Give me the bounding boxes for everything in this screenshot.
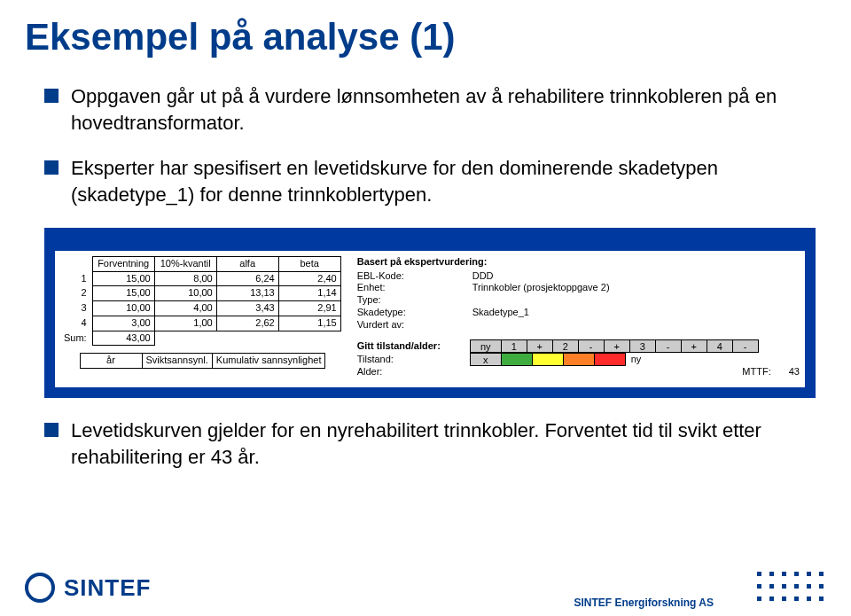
info-label: Enhet: <box>357 282 472 294</box>
col-header: beta <box>278 256 340 271</box>
cell: 15,00 <box>92 271 154 286</box>
content-area: Oppgaven går ut på å vurdere lønnsomhete… <box>0 58 851 470</box>
color-orange-icon <box>563 353 595 366</box>
lifetime-table: Forventning 10%-kvantil alfa beta 1 15,0… <box>60 256 341 347</box>
gitt-cell: - <box>578 339 605 353</box>
right-heading: Basert på ekspertvurdering: <box>357 256 800 269</box>
left-table-block: Forventning 10%-kvantil alfa beta 1 15,0… <box>60 256 341 378</box>
table-row: Sum: 43,00 <box>60 331 340 346</box>
color-yellow-icon <box>532 353 564 366</box>
bullet-icon <box>44 160 59 175</box>
bottom-cell: år <box>80 354 142 369</box>
bullet-item: Levetidskurven gjelder for en nyrehabili… <box>44 417 816 470</box>
table-row: 1 15,00 8,00 6,24 2,40 <box>60 271 340 286</box>
cell: 2,91 <box>278 301 340 316</box>
bullet-text: Levetidskurven gjelder for en nyrehabili… <box>71 417 816 470</box>
row-label: 3 <box>60 301 92 316</box>
bullet-item: Eksperter har spesifisert en levetidskur… <box>44 155 816 207</box>
row-label: 1 <box>60 271 92 286</box>
logo-ring-icon <box>25 573 55 603</box>
bullet-icon <box>44 423 59 437</box>
slide: Eksempel på analyse (1) Oppgaven går ut … <box>0 0 851 616</box>
gitt-first: ny <box>470 339 502 353</box>
gitt-cell: + <box>604 339 630 353</box>
alder-label: Alder: <box>357 366 472 378</box>
tilstand-x: x <box>470 353 502 366</box>
row-label: 4 <box>60 316 92 331</box>
gitt-cell: 4 <box>707 339 733 353</box>
table-panel: Forventning 10%-kvantil alfa beta 1 15,0… <box>44 228 816 398</box>
table-row: 3 10,00 4,00 3,43 2,91 <box>60 301 340 316</box>
brand-text: SINTEF <box>64 574 151 602</box>
cell: 2,62 <box>216 316 278 331</box>
bottom-cell: Kumulativ sannsynlighet <box>212 354 325 369</box>
info-value: Skadetype_1 <box>472 307 529 319</box>
bottom-labels: år Sviktsannsynl. Kumulativ sannsynlighe… <box>60 353 325 369</box>
footer: SINTEF <box>0 559 851 616</box>
cell: 2,40 <box>278 271 340 286</box>
bullet-item: Oppgaven går ut på å vurdere lønnsomhete… <box>44 83 816 136</box>
bullet-icon <box>44 89 59 103</box>
dots-icon <box>757 572 826 604</box>
gitt-cell: - <box>655 339 682 353</box>
cell: 15,00 <box>92 286 154 301</box>
info-value: Trinnkobler (prosjektoppgave 2) <box>472 282 610 294</box>
gitt-cell: - <box>732 339 759 353</box>
col-header: Forventning <box>92 256 154 271</box>
col-header: alfa <box>216 256 278 271</box>
table-row: 4 3,00 1,00 2,62 1,15 <box>60 316 340 331</box>
gitt-cell: 3 <box>629 339 656 353</box>
gitt-cell: 2 <box>552 339 579 353</box>
alder-row: Alder: MTTF: 43 <box>357 366 800 378</box>
cell: 8,00 <box>154 271 216 286</box>
mttf-value: 43 <box>789 366 800 378</box>
cell: 43,00 <box>92 331 154 346</box>
cell: 3,00 <box>92 316 154 331</box>
mttf-label: MTTF: <box>742 366 770 378</box>
color-red-icon <box>594 353 626 366</box>
gitt-cell: + <box>527 339 553 353</box>
bottom-cell: Sviktsannsynl. <box>142 354 212 369</box>
cell: 6,24 <box>216 271 278 286</box>
table-whitebox: Forventning 10%-kvantil alfa beta 1 15,0… <box>55 251 805 387</box>
cell: 1,15 <box>278 316 340 331</box>
tilstand-ny: ny <box>631 354 642 366</box>
col-header: 10%-kvantil <box>154 256 216 271</box>
cell: 1,00 <box>154 316 216 331</box>
cell: 4,00 <box>154 301 216 316</box>
cell: 10,00 <box>154 286 216 301</box>
tilstand-label: Tilstand: <box>357 354 471 366</box>
tilstand-row: Tilstand: x ny <box>357 353 800 366</box>
bullet-text: Eksperter har spesifisert en levetidskur… <box>71 155 816 207</box>
table-row: 2 15,00 10,00 13,13 1,14 <box>60 286 340 301</box>
info-label: EBL-Kode: <box>357 270 472 283</box>
info-label: Vurdert av: <box>357 319 472 331</box>
row-label: 2 <box>60 286 92 301</box>
gitt-cell: 1 <box>501 339 527 353</box>
cell: 1,14 <box>278 286 340 301</box>
info-label: Skadetype: <box>357 307 472 319</box>
color-green-icon <box>501 353 533 366</box>
right-info-block: Basert på ekspertvurdering: EBL-Kode:DDD… <box>357 256 800 378</box>
gitt-label: Gitt tilstand/alder: <box>357 340 471 353</box>
page-title: Eksempel på analyse (1) <box>0 0 851 58</box>
cell: 10,00 <box>92 301 154 316</box>
cell: 3,43 <box>216 301 278 316</box>
gitt-cell: + <box>681 339 707 353</box>
info-label: Type: <box>357 294 472 307</box>
row-label: Sum: <box>60 331 92 346</box>
cell: 13,13 <box>216 286 278 301</box>
brand-block: SINTEF <box>25 573 151 603</box>
bullet-text: Oppgaven går ut på å vurdere lønnsomhete… <box>71 83 816 136</box>
info-value: DDD <box>472 270 494 283</box>
gitt-row: Gitt tilstand/alder: ny 1 + 2 - + 3 - + <box>357 339 800 353</box>
gitt-cells: 1 + 2 - + 3 - + 4 - <box>502 339 759 353</box>
